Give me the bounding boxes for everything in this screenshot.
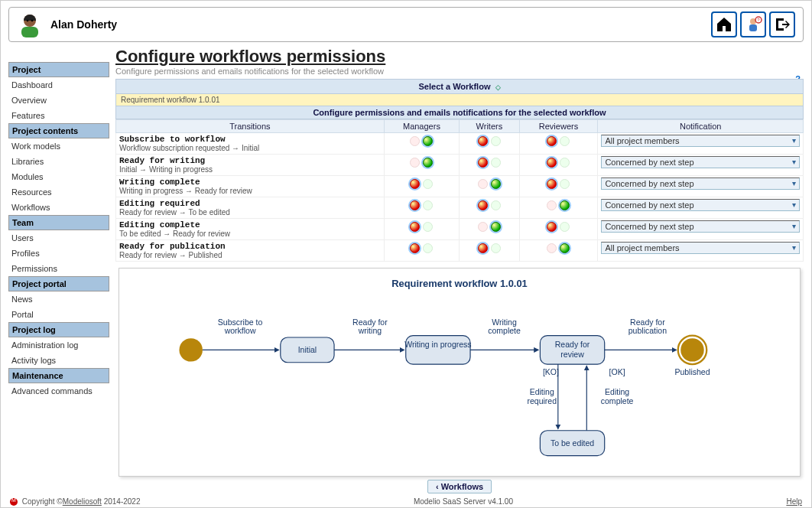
workflow-selector-header[interactable]: Select a Workflow ◇ [115, 79, 804, 94]
allow-dot-icon[interactable] [491, 179, 501, 189]
allow-dot-icon[interactable] [491, 136, 501, 146]
deny-dot-icon[interactable] [478, 179, 488, 189]
sidebar-item-profiles[interactable]: Profiles [8, 246, 109, 261]
deny-dot-icon[interactable] [478, 158, 488, 168]
logout-button[interactable] [769, 11, 795, 37]
col-managers: Managers [384, 120, 459, 133]
sidebar-item-work-models[interactable]: Work models [8, 138, 109, 154]
managers-permission-toggle[interactable] [408, 242, 434, 255]
allow-dot-icon[interactable] [491, 158, 501, 168]
footer-help-link[interactable]: Help [786, 497, 802, 506]
allow-dot-icon[interactable] [423, 222, 433, 232]
deny-dot-icon[interactable] [410, 222, 420, 232]
sidebar-item-resources[interactable]: Resources [8, 184, 109, 200]
start-node-icon [179, 338, 202, 361]
reviewers-permission-toggle[interactable] [545, 199, 571, 212]
user-avatar [17, 11, 43, 37]
allow-dot-icon[interactable] [560, 158, 570, 168]
deny-dot-icon[interactable] [547, 136, 557, 146]
deny-dot-icon[interactable] [478, 243, 488, 253]
sidebar-item-modules[interactable]: Modules [8, 169, 109, 184]
sidebar-item-overview[interactable]: Overview [8, 93, 109, 108]
writers-permission-toggle[interactable] [476, 242, 502, 255]
deny-dot-icon[interactable] [410, 179, 420, 189]
footer-company-link[interactable]: Modeliosoft [63, 497, 102, 506]
writers-permission-toggle[interactable] [476, 135, 502, 148]
allow-dot-icon[interactable] [423, 158, 433, 168]
reviewers-cell [519, 133, 598, 155]
managers-permission-toggle[interactable] [408, 199, 434, 212]
allow-dot-icon[interactable] [560, 243, 570, 253]
transition-name: Writing complete [119, 177, 381, 187]
sidebar-item-workflows[interactable]: Workflows [8, 200, 109, 215]
deny-dot-icon[interactable] [410, 200, 420, 210]
deny-dot-icon[interactable] [547, 222, 557, 232]
deny-dot-icon[interactable] [478, 222, 488, 232]
selected-workflow[interactable]: Requirement workflow 1.0.01 [115, 94, 804, 106]
allow-dot-icon[interactable] [560, 179, 570, 189]
sidebar-item-administration-log[interactable]: Administration log [8, 337, 109, 353]
allow-dot-icon[interactable] [560, 222, 570, 232]
sidebar-item-advanced-commands[interactable]: Advanced commands [8, 383, 109, 399]
allow-dot-icon[interactable] [423, 243, 433, 253]
allow-dot-icon[interactable] [491, 243, 501, 253]
svg-text:To be edited: To be edited [551, 438, 594, 448]
deny-dot-icon[interactable] [547, 179, 557, 189]
managers-permission-toggle[interactable] [408, 220, 434, 233]
deny-dot-icon[interactable] [410, 158, 420, 168]
deny-dot-icon[interactable] [478, 200, 488, 210]
back-to-workflows-button[interactable]: ‹ Workflows [427, 480, 492, 493]
deny-dot-icon[interactable] [547, 158, 557, 168]
deny-dot-icon[interactable] [410, 243, 420, 253]
sidebar-item-libraries[interactable]: Libraries [8, 154, 109, 169]
writers-permission-toggle[interactable] [476, 177, 502, 190]
deny-dot-icon[interactable] [547, 243, 557, 253]
allow-dot-icon[interactable] [423, 179, 433, 189]
notification-select[interactable]: All project members [601, 242, 800, 254]
notification-select[interactable]: Concerned by next step [601, 220, 800, 233]
sidebar-item-permissions[interactable]: Permissions [8, 261, 109, 276]
table-row: Writing completeWriting in progress → Re… [116, 176, 804, 197]
allow-dot-icon[interactable] [423, 200, 433, 210]
writers-permission-toggle[interactable] [476, 156, 502, 169]
reviewers-permission-toggle[interactable] [545, 220, 571, 233]
notification-select[interactable]: Concerned by next step [601, 199, 800, 211]
reviewers-permission-toggle[interactable] [545, 135, 571, 148]
notification-select[interactable]: Concerned by next step [601, 156, 800, 168]
allow-dot-icon[interactable] [423, 136, 433, 146]
reviewers-permission-toggle[interactable] [545, 156, 571, 169]
notification-select[interactable]: All project members [601, 135, 800, 147]
page-subtitle: Configure permissions and emails notific… [115, 67, 804, 76]
reviewers-permission-toggle[interactable] [545, 242, 571, 255]
writers-permission-toggle[interactable] [476, 220, 502, 233]
sidebar-item-features[interactable]: Features [8, 108, 109, 123]
deny-dot-icon[interactable] [547, 200, 557, 210]
deny-dot-icon[interactable] [410, 136, 420, 146]
managers-permission-toggle[interactable] [408, 135, 434, 148]
home-button[interactable] [711, 11, 737, 37]
notification-select[interactable]: Concerned by next step [601, 177, 800, 190]
sidebar-header-project[interactable]: Project [8, 62, 109, 77]
sidebar-header-maintenance[interactable]: Maintenance [8, 368, 109, 383]
writers-permission-toggle[interactable] [476, 199, 502, 212]
sidebar-item-news[interactable]: News [8, 291, 109, 307]
sidebar-item-activity-logs[interactable]: Activity logs [8, 353, 109, 368]
sidebar-header-project-log[interactable]: Project log [8, 322, 109, 337]
allow-dot-icon[interactable] [560, 136, 570, 146]
sidebar-item-portal[interactable]: Portal [8, 307, 109, 322]
sidebar-header-team[interactable]: Team [8, 215, 109, 230]
managers-permission-toggle[interactable] [408, 156, 434, 169]
allow-dot-icon[interactable] [491, 222, 501, 232]
managers-permission-toggle[interactable] [408, 177, 434, 190]
deny-dot-icon[interactable] [478, 136, 488, 146]
reviewers-permission-toggle[interactable] [545, 177, 571, 190]
sidebar-header-project-contents[interactable]: Project contents [8, 123, 109, 138]
allow-dot-icon[interactable] [560, 200, 570, 210]
sidebar-item-dashboard[interactable]: Dashboard [8, 77, 109, 93]
svg-text:required: required [527, 396, 557, 405]
sidebar-header-project-portal[interactable]: Project portal [8, 276, 109, 291]
sidebar-item-users[interactable]: Users [8, 230, 109, 246]
sidebar: ProjectDashboardOverviewFeaturesProject … [8, 47, 109, 493]
support-button[interactable]: ? [740, 11, 766, 37]
allow-dot-icon[interactable] [491, 200, 501, 210]
